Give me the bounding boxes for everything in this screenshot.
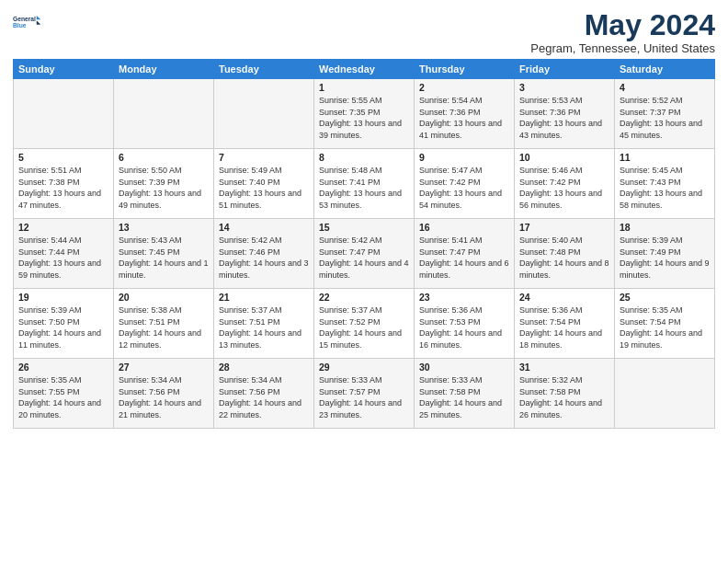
svg-marker-2 — [37, 16, 40, 19]
day-number: 11 — [620, 152, 710, 163]
day-info: Sunrise: 5:36 AM Sunset: 7:54 PM Dayligh… — [519, 304, 609, 350]
week-row-2: 5Sunrise: 5:51 AM Sunset: 7:38 PM Daylig… — [14, 149, 715, 219]
day-cell: 22Sunrise: 5:37 AM Sunset: 7:52 PM Dayli… — [314, 289, 415, 359]
day-cell: 15Sunrise: 5:42 AM Sunset: 7:47 PM Dayli… — [314, 219, 415, 289]
day-number: 20 — [119, 292, 209, 303]
header: GeneralBlue May 2024 Pegram, Tennessee, … — [13, 9, 715, 55]
day-number: 1 — [319, 82, 409, 93]
day-number: 13 — [119, 222, 209, 233]
day-info: Sunrise: 5:38 AM Sunset: 7:51 PM Dayligh… — [119, 304, 209, 350]
day-number: 4 — [620, 82, 710, 93]
day-info: Sunrise: 5:39 AM Sunset: 7:50 PM Dayligh… — [18, 304, 108, 350]
day-info: Sunrise: 5:42 AM Sunset: 7:46 PM Dayligh… — [219, 235, 309, 281]
day-cell: 20Sunrise: 5:38 AM Sunset: 7:51 PM Dayli… — [114, 289, 214, 359]
day-cell: 9Sunrise: 5:47 AM Sunset: 7:42 PM Daylig… — [415, 149, 515, 219]
header-row: Sunday Monday Tuesday Wednesday Thursday… — [14, 60, 715, 79]
day-info: Sunrise: 5:50 AM Sunset: 7:39 PM Dayligh… — [119, 165, 209, 211]
subtitle: Pegram, Tennessee, United States — [530, 41, 715, 55]
day-number: 21 — [219, 292, 309, 303]
page: GeneralBlue May 2024 Pegram, Tennessee, … — [0, 0, 728, 563]
day-cell: 14Sunrise: 5:42 AM Sunset: 7:46 PM Dayli… — [214, 219, 314, 289]
week-row-3: 12Sunrise: 5:44 AM Sunset: 7:44 PM Dayli… — [14, 219, 715, 289]
day-info: Sunrise: 5:34 AM Sunset: 7:56 PM Dayligh… — [219, 374, 309, 420]
day-info: Sunrise: 5:36 AM Sunset: 7:53 PM Dayligh… — [419, 304, 509, 350]
day-info: Sunrise: 5:39 AM Sunset: 7:49 PM Dayligh… — [620, 235, 710, 281]
day-cell: 21Sunrise: 5:37 AM Sunset: 7:51 PM Dayli… — [214, 289, 314, 359]
col-wednesday: Wednesday — [314, 60, 415, 79]
day-cell: 31Sunrise: 5:32 AM Sunset: 7:58 PM Dayli… — [515, 359, 615, 429]
day-cell — [615, 359, 715, 429]
day-info: Sunrise: 5:45 AM Sunset: 7:43 PM Dayligh… — [620, 165, 710, 211]
week-row-1: 1Sunrise: 5:55 AM Sunset: 7:35 PM Daylig… — [14, 79, 715, 149]
day-info: Sunrise: 5:44 AM Sunset: 7:44 PM Dayligh… — [18, 235, 108, 281]
day-info: Sunrise: 5:40 AM Sunset: 7:48 PM Dayligh… — [519, 235, 609, 281]
day-info: Sunrise: 5:41 AM Sunset: 7:47 PM Dayligh… — [419, 235, 509, 281]
day-cell: 24Sunrise: 5:36 AM Sunset: 7:54 PM Dayli… — [515, 289, 615, 359]
day-number: 2 — [419, 82, 509, 93]
day-cell: 18Sunrise: 5:39 AM Sunset: 7:49 PM Dayli… — [615, 219, 715, 289]
day-number: 8 — [319, 152, 409, 163]
day-cell: 19Sunrise: 5:39 AM Sunset: 7:50 PM Dayli… — [14, 289, 114, 359]
day-cell: 7Sunrise: 5:49 AM Sunset: 7:40 PM Daylig… — [214, 149, 314, 219]
day-cell: 28Sunrise: 5:34 AM Sunset: 7:56 PM Dayli… — [214, 359, 314, 429]
day-number: 26 — [18, 362, 108, 373]
svg-marker-3 — [37, 20, 40, 24]
day-number: 27 — [119, 362, 209, 373]
day-cell — [114, 79, 214, 149]
day-number: 18 — [620, 222, 710, 233]
day-number: 31 — [519, 362, 609, 373]
day-number: 15 — [319, 222, 409, 233]
day-cell: 1Sunrise: 5:55 AM Sunset: 7:35 PM Daylig… — [314, 79, 415, 149]
day-info: Sunrise: 5:52 AM Sunset: 7:37 PM Dayligh… — [620, 95, 710, 141]
day-info: Sunrise: 5:35 AM Sunset: 7:54 PM Dayligh… — [620, 304, 710, 350]
day-number: 14 — [219, 222, 309, 233]
day-info: Sunrise: 5:32 AM Sunset: 7:58 PM Dayligh… — [519, 374, 609, 420]
day-cell: 17Sunrise: 5:40 AM Sunset: 7:48 PM Dayli… — [515, 219, 615, 289]
day-number: 22 — [319, 292, 409, 303]
day-number: 30 — [419, 362, 509, 373]
day-cell — [214, 79, 314, 149]
col-sunday: Sunday — [14, 60, 114, 79]
day-info: Sunrise: 5:55 AM Sunset: 7:35 PM Dayligh… — [319, 95, 409, 141]
svg-text:Blue: Blue — [13, 22, 27, 29]
day-info: Sunrise: 5:42 AM Sunset: 7:47 PM Dayligh… — [319, 235, 409, 281]
week-row-4: 19Sunrise: 5:39 AM Sunset: 7:50 PM Dayli… — [14, 289, 715, 359]
col-tuesday: Tuesday — [214, 60, 314, 79]
day-number: 29 — [319, 362, 409, 373]
day-number: 12 — [18, 222, 108, 233]
day-cell — [14, 79, 114, 149]
day-cell: 4Sunrise: 5:52 AM Sunset: 7:37 PM Daylig… — [615, 79, 715, 149]
calendar-table: Sunday Monday Tuesday Wednesday Thursday… — [13, 59, 715, 429]
day-info: Sunrise: 5:46 AM Sunset: 7:42 PM Dayligh… — [519, 165, 609, 211]
day-cell: 27Sunrise: 5:34 AM Sunset: 7:56 PM Dayli… — [114, 359, 214, 429]
day-number: 9 — [419, 152, 509, 163]
day-number: 3 — [519, 82, 609, 93]
day-number: 28 — [219, 362, 309, 373]
day-number: 5 — [18, 152, 108, 163]
title-block: May 2024 Pegram, Tennessee, United State… — [530, 9, 715, 55]
day-number: 19 — [18, 292, 108, 303]
day-cell: 8Sunrise: 5:48 AM Sunset: 7:41 PM Daylig… — [314, 149, 415, 219]
day-cell: 25Sunrise: 5:35 AM Sunset: 7:54 PM Dayli… — [615, 289, 715, 359]
day-number: 24 — [519, 292, 609, 303]
col-monday: Monday — [114, 60, 214, 79]
day-cell: 6Sunrise: 5:50 AM Sunset: 7:39 PM Daylig… — [114, 149, 214, 219]
day-cell: 30Sunrise: 5:33 AM Sunset: 7:58 PM Dayli… — [415, 359, 515, 429]
logo: GeneralBlue — [13, 9, 42, 35]
day-cell: 12Sunrise: 5:44 AM Sunset: 7:44 PM Dayli… — [14, 219, 114, 289]
day-cell: 10Sunrise: 5:46 AM Sunset: 7:42 PM Dayli… — [515, 149, 615, 219]
week-row-5: 26Sunrise: 5:35 AM Sunset: 7:55 PM Dayli… — [14, 359, 715, 429]
col-friday: Friday — [515, 60, 615, 79]
day-number: 6 — [119, 152, 209, 163]
day-number: 7 — [219, 152, 309, 163]
day-info: Sunrise: 5:37 AM Sunset: 7:51 PM Dayligh… — [219, 304, 309, 350]
day-number: 17 — [519, 222, 609, 233]
svg-text:General: General — [13, 16, 36, 22]
day-info: Sunrise: 5:34 AM Sunset: 7:56 PM Dayligh… — [119, 374, 209, 420]
day-number: 10 — [519, 152, 609, 163]
col-thursday: Thursday — [415, 60, 515, 79]
day-cell: 13Sunrise: 5:43 AM Sunset: 7:45 PM Dayli… — [114, 219, 214, 289]
day-info: Sunrise: 5:43 AM Sunset: 7:45 PM Dayligh… — [119, 235, 209, 281]
day-info: Sunrise: 5:47 AM Sunset: 7:42 PM Dayligh… — [419, 165, 509, 211]
day-number: 25 — [620, 292, 710, 303]
